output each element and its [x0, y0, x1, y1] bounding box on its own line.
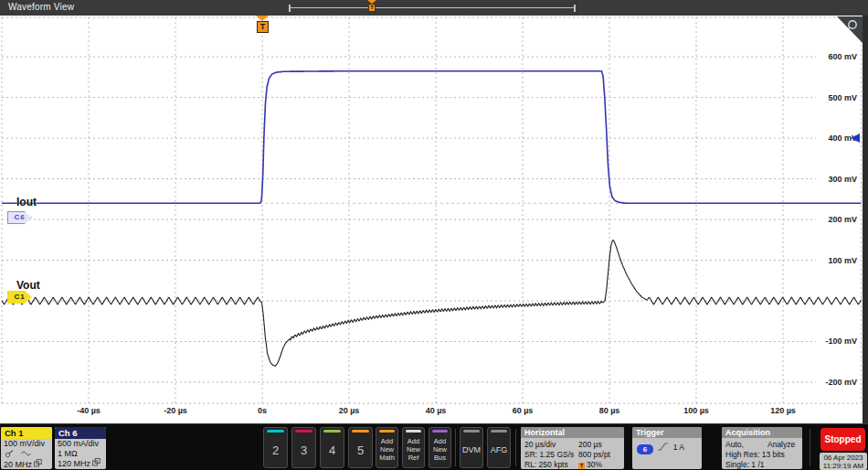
- vout-trace[interactable]: [2, 240, 862, 367]
- rising-edge-icon: [657, 442, 669, 452]
- x-tick-label: 80 µs: [589, 406, 630, 415]
- afg-color-stripe: [491, 430, 507, 433]
- channel-5-button[interactable]: 5: [348, 427, 373, 468]
- date-value: 06 Apr 2023: [820, 454, 867, 462]
- top-bar: Waveform View T: [0, 0, 868, 16]
- trigger-source-badge: 6: [637, 444, 653, 454]
- channel-3-color-stripe: [295, 430, 312, 433]
- trigger-t-icon: T: [368, 4, 376, 12]
- iout-trace[interactable]: [2, 71, 862, 204]
- channel-1-badge[interactable]: Ch 1 100 mV/div 20 MHz: [1, 427, 52, 469]
- channel-2-color-stripe: [267, 430, 284, 433]
- horizontal-panel[interactable]: Horizontal 20 µs/div 200 µs SR: 1.25 GS/…: [521, 427, 624, 469]
- status-bar: Ch 1 100 mV/div 20 MHz Ch 6 500 mA/div 1…: [0, 423, 868, 470]
- math-color-stripe: [379, 430, 395, 433]
- channel-1-scale: 100 mV/div: [1, 439, 52, 449]
- channel-6-bandwidth: 120 MHz: [55, 458, 106, 468]
- time-value: 11:29:19 AM: [820, 462, 867, 470]
- x-tick-label: -20 µs: [155, 406, 196, 415]
- acquisition-panel-title: Acquisition: [722, 427, 802, 438]
- trigger-position-flag[interactable]: T: [256, 16, 270, 36]
- dvm-button[interactable]: DVM: [460, 427, 483, 468]
- trigger-panel-title: Trigger: [632, 427, 702, 438]
- y-tick-label: 500 mV: [808, 93, 857, 102]
- acquisition-panel[interactable]: Acquisition Auto, Analyze High Res: 13 b…: [722, 427, 802, 469]
- trigger-t-icon: T: [578, 463, 585, 469]
- bandwidth-limit-icon: [34, 459, 42, 467]
- add-new-math-button[interactable]: AddNewMath: [376, 427, 398, 468]
- separator: [810, 429, 810, 466]
- x-tick-label: 0s: [242, 406, 282, 415]
- channel-4-button[interactable]: 4: [320, 427, 344, 468]
- sample-resolution: 800 ps/pt: [578, 450, 610, 459]
- bus-color-stripe: [432, 430, 448, 433]
- horizontal-scale: 20 µs/div: [524, 440, 556, 449]
- acquisition-analyze: Analyze: [767, 440, 795, 449]
- ac-coupling-icon: [21, 450, 31, 457]
- datetime-display: 06 Apr 2023 11:29:19 AM: [820, 453, 867, 470]
- x-tick-label: 120 µs: [763, 406, 803, 415]
- acquisition-resolution: High Res: 13 bits: [725, 450, 785, 459]
- x-tick-label: 100 µs: [676, 406, 716, 415]
- channel-1-bandwidth: 20 MHz: [1, 459, 52, 469]
- channel-6-scale: 500 mA/div: [55, 439, 106, 449]
- channel-3-button[interactable]: 3: [291, 427, 316, 468]
- acquisition-mode: Auto,: [725, 440, 744, 449]
- channel-6-badge[interactable]: Ch 6 500 mA/div 1 MΩ 120 MHz: [55, 427, 106, 469]
- separator: [455, 429, 456, 466]
- y-tick-label: 400 mV: [808, 134, 857, 143]
- record-trigger-position-marker[interactable]: T: [366, 0, 377, 16]
- bandwidth-limit-icon: [92, 458, 101, 466]
- record-length: RL: 250 kpts: [524, 460, 568, 469]
- y-tick-label: 600 mV: [808, 52, 857, 61]
- separator: [515, 429, 516, 466]
- channel-1-header[interactable]: Ch 1: [1, 427, 52, 439]
- trigger-level-value: 1 A: [673, 443, 684, 452]
- x-tick-label: 40 µs: [416, 406, 456, 415]
- y-tick-label: -200 mV: [808, 378, 857, 387]
- trigger-panel[interactable]: Trigger 6 1 A: [632, 427, 702, 469]
- add-new-ref-button[interactable]: AddNewRef: [402, 427, 425, 468]
- record-view-line: [291, 7, 574, 8]
- trigger-position-percent: T30%: [578, 460, 602, 469]
- x-tick-label: 20 µs: [329, 406, 369, 415]
- iout-trace-label: Iout: [16, 196, 37, 208]
- trigger-t-icon: T: [257, 21, 269, 33]
- horizontal-span: 200 µs: [578, 440, 602, 449]
- record-view-bar[interactable]: [289, 5, 576, 12]
- trigger-settings: 6 1 A: [637, 442, 684, 454]
- y-tick-label: 200 mV: [808, 215, 857, 224]
- oscilloscope-screen: { "window": { "title": "Waveform View" }…: [0, 0, 868, 470]
- ref-color-stripe: [406, 430, 421, 433]
- x-tick-label: -40 µs: [69, 406, 109, 415]
- y-tick-label: -100 mV: [808, 336, 857, 346]
- channel-4-color-stripe: [323, 430, 341, 433]
- run-stop-button[interactable]: Stopped: [820, 428, 865, 451]
- horizontal-panel-title: Horizontal: [521, 427, 624, 438]
- vout-trace-label: Vout: [16, 279, 40, 292]
- y-tick-label: 100 mV: [808, 256, 857, 265]
- channel-6-header[interactable]: Ch 6: [55, 427, 106, 439]
- trigger-level-arrow-icon[interactable]: [851, 134, 860, 143]
- afg-button[interactable]: AFG: [487, 427, 511, 468]
- channel-2-button[interactable]: 2: [263, 427, 288, 468]
- waveform-graticule[interactable]: T Iout C6 Vout C1 -40 µs-20 µs0s20 µs40 …: [0, 16, 868, 423]
- dvm-color-stripe: [463, 430, 480, 433]
- probe-icon: [5, 450, 14, 458]
- tab-waveform-view[interactable]: Waveform View: [8, 2, 74, 12]
- channel-6-termination: 1 MΩ: [55, 449, 106, 459]
- sample-rate: SR: 1.25 GS/s: [524, 450, 574, 459]
- waveform-canvas[interactable]: [0, 16, 868, 423]
- right-edge-strip: [863, 16, 868, 423]
- add-new-bus-button[interactable]: AddNewBus: [429, 427, 451, 468]
- y-tick-label: 300 mV: [808, 175, 857, 184]
- channel-5-color-stripe: [352, 430, 369, 433]
- acquisition-count: Single: 1 /1: [725, 460, 765, 469]
- x-tick-label: 60 µs: [503, 406, 543, 415]
